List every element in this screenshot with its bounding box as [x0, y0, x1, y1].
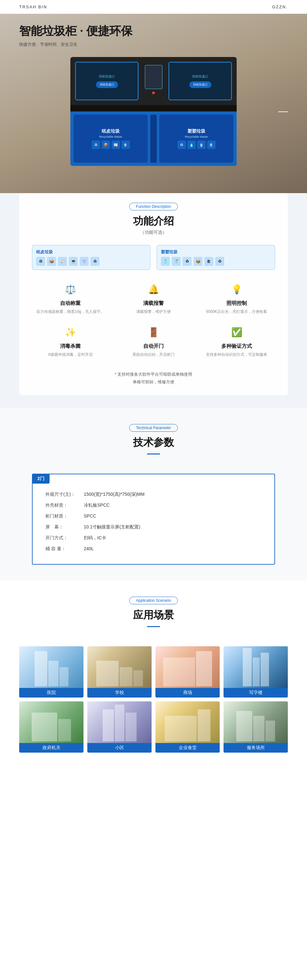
support-text: * 支持对接各大软件平台可组联或单独使用 单格可拆卸，维修方便 — [32, 371, 275, 386]
machine-screen — [145, 65, 163, 89]
feature-desc-3: A级紫外线消毒，定时开启 — [48, 352, 93, 358]
scenario-canteen: 企业食堂 — [155, 702, 220, 752]
feature-grid: ⚖️ 自动称重 应力传感器称重，精度10g，无人值守。 🔔 满载报警 满载报警，… — [32, 275, 275, 364]
feature-item-1: 🔔 满载报警 满载报警，维护方便 — [115, 282, 192, 315]
bin-icon-2: 📦 — [102, 141, 110, 149]
scenario-art-service — [223, 702, 288, 743]
bin-icon-7: 🥤 — [197, 141, 206, 149]
tech-tag: Technical Parameter — [129, 424, 177, 432]
function-header: Function Description 功能介绍 （功能可选） — [32, 203, 275, 245]
scenario-label-gov: 政府机关 — [19, 743, 84, 752]
spec-row-1: 外壳材质： 冷轧板SPCC — [46, 500, 261, 511]
mode-icon-1: ♻ — [36, 257, 45, 266]
logo: TRSAH BIN — [19, 5, 47, 9]
hero-section: 智能垃圾柜 · 便捷环保 快捷方便、节省时间、安全卫生 回收投递口 回收投递口 … — [0, 14, 307, 193]
bin-icon-4: 🗑 — [122, 141, 130, 149]
mode-icon-11: 🗑 — [204, 257, 213, 266]
machine-illustration: 回收投递口 回收投递口 回收投递口 回收投递口 纸皮垃圾 Recyclable … — [70, 57, 237, 166]
slot-left-label: 回收投递口 — [99, 74, 115, 79]
function-subtitle: （功能可选） — [140, 230, 167, 235]
scenario-label-mall: 商场 — [155, 688, 220, 698]
scenario-art-school — [87, 646, 152, 688]
feature-icon-0: ⚖️ — [63, 282, 78, 297]
spec-key-0: 外观尺寸(主)： — [46, 492, 84, 497]
spec-key-2: 柜门材质： — [46, 513, 84, 519]
feature-item-0: ⚖️ 自动称重 应力传感器称重，精度10g，无人值守。 — [32, 282, 109, 315]
mode-icon-12: ♻ — [215, 257, 224, 266]
feature-title-1: 满载报警 — [143, 300, 164, 307]
scenario-art-gov — [19, 702, 84, 743]
scenario-label-school: 学校 — [87, 688, 152, 698]
specs-badge: 2门 — [32, 474, 49, 484]
machine-slot-right: 回收投递口 回收投递口 — [169, 62, 232, 100]
bin-icon-1: ♻ — [92, 141, 100, 149]
scenario-art-mall — [155, 646, 220, 688]
mode-icon-3: 📰 — [58, 257, 67, 266]
mode-icon-8: 🥤 — [172, 257, 181, 266]
app-header: Application Scenario 应用场景 — [19, 597, 288, 637]
feature-icon-4: 🚪 — [146, 325, 161, 340]
scenario-label-canteen: 企业食堂 — [155, 743, 220, 752]
machine-bottom: 纸皮垃圾 Recyclable Waste ♻ 📦 📰 🗑 塑塑垃圾 Recyc… — [70, 111, 237, 166]
bin-right-sub: Recyclable Waste — [185, 135, 208, 138]
feature-icon-5: ✅ — [229, 325, 244, 340]
mode-icon-5: 👚 — [80, 257, 89, 266]
bin-right-title: 塑塑垃圾 — [187, 129, 205, 134]
spec-key-3: 屏 幕： — [46, 524, 84, 530]
bin-icon-3: 📰 — [112, 141, 120, 149]
mode-recyclable-label: 纸皮垃圾 — [36, 249, 146, 255]
function-title: 功能介绍 — [133, 214, 174, 228]
hero-content: 智能垃圾柜 · 便捷环保 快捷方便、节省时间、安全卫生 — [0, 14, 307, 48]
feature-desc-1: 满载报警，维护方便 — [136, 309, 171, 315]
tech-header: Technical Parameter 技术参数 — [19, 424, 288, 464]
hero-subtitle: 快捷方便、节省时间、安全卫生 — [19, 41, 288, 48]
feature-item-3: ✨ 消毒杀菌 A级紫外线消毒，定时开启 — [32, 325, 109, 358]
scenario-label-office: 写字楼 — [223, 688, 288, 698]
feature-title-0: 自动称重 — [60, 300, 81, 307]
header: TRSAH BIN GZZN. — [0, 0, 307, 14]
bin-right-icons: ♻ 🧴 🥤 🗑 — [177, 141, 215, 149]
spec-val-2: SPCC — [84, 513, 96, 519]
support-line-2: 单格可拆卸，维修方便 — [32, 378, 275, 386]
bin-icon-5: ♻ — [177, 141, 186, 149]
mode-card-plastic: 塑塑垃圾 🧴 🥤 ♻ 📦 🗑 ♻ — [157, 245, 275, 270]
scenario-grid: 医院 学校 商场 写字楼 — [19, 646, 288, 752]
spec-val-1: 冷轧板SPCC — [84, 503, 110, 508]
feature-item-5: ✅ 多种验证方式 支持多种自动识别方式，可定制服务 — [198, 325, 275, 358]
scenario-gov: 政府机关 — [19, 702, 84, 752]
feature-desc-5: 支持多种自动识别方式，可定制服务 — [206, 352, 267, 358]
scenario-art-office — [223, 646, 288, 688]
app-underline — [147, 626, 160, 627]
feature-item-4: 🚪 自动开门 系统自动识别，开启柜门 — [115, 325, 192, 358]
function-card: Function Description 功能介绍 （功能可选） 纸皮垃圾 ♻ … — [19, 193, 288, 395]
mode-icon-9: ♻ — [183, 257, 191, 266]
scenario-art-hospital — [19, 646, 84, 688]
scenario-hospital: 医院 — [19, 646, 84, 698]
specs-table: 外观尺寸(主)： 1500(宽)*1750(高)*750(深)MM 外壳材质： … — [46, 484, 261, 554]
tech-section: Technical Parameter 技术参数 2门 外观尺寸(主)： 150… — [0, 408, 307, 581]
machine-bin-left: 纸皮垃圾 Recyclable Waste ♻ 📦 📰 🗑 — [74, 115, 148, 163]
spec-key-4: 开门方式： — [46, 535, 84, 541]
bin-left-title: 纸皮垃圾 — [102, 129, 120, 134]
hero-dash — [278, 111, 288, 112]
tech-underline — [147, 453, 160, 455]
mode-icon-10: 📦 — [193, 257, 203, 266]
hero-title: 智能垃圾柜 · 便捷环保 — [19, 23, 288, 39]
mode-plastic-icons: 🧴 🥤 ♻ 📦 🗑 ♻ — [161, 257, 271, 266]
feature-desc-4: 系统自动识别，开启柜门 — [132, 352, 175, 358]
function-tag: Function Description — [129, 203, 177, 210]
scenario-community: 小区 — [87, 702, 152, 752]
mode-cards-row: 纸皮垃圾 ♻ 📦 📰 💻 👚 ♻ 塑塑垃圾 🧴 🥤 ♻ 📦 🗑 — [32, 245, 275, 270]
feature-title-5: 多种验证方式 — [221, 343, 252, 350]
machine-indicator — [152, 92, 155, 94]
feature-icon-2: 💡 — [229, 282, 244, 297]
spec-val-3: 10.1寸触摸显示屏(主柜配置) — [84, 524, 140, 530]
slot-right-label: 回收投递口 — [192, 74, 208, 79]
feature-icon-1: 🔔 — [146, 282, 161, 297]
spec-val-4: 扫码，IC卡 — [84, 535, 106, 541]
spec-val-5: 240L — [84, 546, 94, 552]
machine-mid — [70, 105, 237, 111]
tech-title: 技术参数 — [133, 436, 174, 450]
scenario-label-hospital: 医院 — [19, 688, 84, 698]
scenario-school: 学校 — [87, 646, 152, 698]
